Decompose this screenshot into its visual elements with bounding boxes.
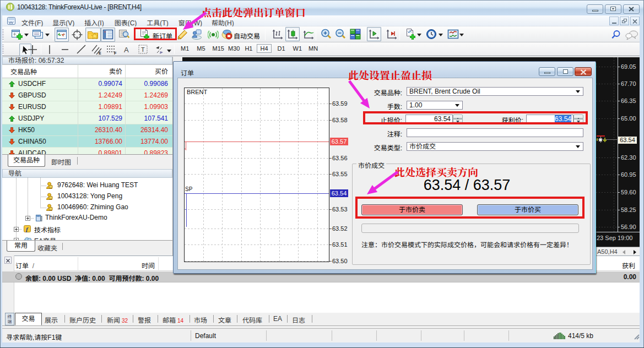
svg-text:T: T [141,46,145,53]
svg-text:A: A [124,46,129,54]
svg-text:E: E [99,51,101,55]
svg-text:F: F [114,51,117,55]
